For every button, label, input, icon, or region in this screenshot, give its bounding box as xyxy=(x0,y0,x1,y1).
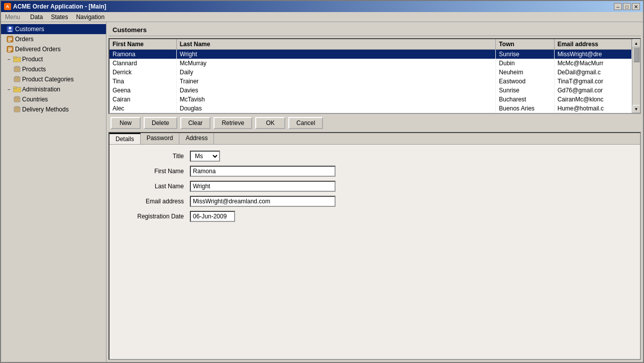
sidebar-orders-label: Orders xyxy=(15,36,34,43)
last-name-input[interactable] xyxy=(190,181,336,192)
cell-first: Alec xyxy=(110,104,176,113)
svg-rect-4 xyxy=(8,39,12,40)
table-row[interactable]: Ramona Wright Sunrise MissWright@dre xyxy=(110,50,632,59)
product-expand-icon[interactable]: − xyxy=(6,56,12,62)
sidebar-item-product-categories[interactable]: Product Categories xyxy=(1,74,106,84)
table-scroll-inner: First Name Last Name Town Email address … xyxy=(110,39,632,113)
sidebar-item-products[interactable]: Products xyxy=(1,64,106,74)
minimize-button[interactable]: – xyxy=(614,3,622,10)
svg-rect-3 xyxy=(8,38,12,39)
svg-rect-17 xyxy=(13,86,17,88)
tab-password[interactable]: Password xyxy=(141,133,180,144)
cell-last: Wright xyxy=(176,50,496,59)
details-tabs: Details Password Address xyxy=(110,133,640,145)
col-town: Town xyxy=(496,39,554,50)
title-select[interactable]: Ms Mr Mrs Dr xyxy=(190,151,220,162)
cell-email: DeDail@gmail.c xyxy=(554,68,631,77)
sidebar-item-orders[interactable]: Orders xyxy=(1,34,106,44)
window-title: ACME Order Application - [Main] xyxy=(13,3,106,10)
cancel-button[interactable]: Cancel xyxy=(288,117,323,129)
delete-button[interactable]: Delete xyxy=(144,117,177,129)
app-icon: A xyxy=(4,3,11,10)
sidebar-delivery-methods-label: Delivery Methods xyxy=(22,106,69,113)
cell-town: Dubin xyxy=(496,59,554,68)
table-row[interactable]: Derrick Daily Neuheim DeDail@gmail.c xyxy=(110,68,632,77)
cell-town: Bucharest xyxy=(496,95,554,104)
svg-rect-15 xyxy=(15,76,19,78)
table-row[interactable]: Geena Davies Sunrise Gd76@gmail.cor xyxy=(110,86,632,95)
sidebar-item-countries[interactable]: Countries xyxy=(1,94,106,104)
new-button[interactable]: New xyxy=(111,117,141,129)
tab-details[interactable]: Details xyxy=(110,133,141,144)
section-header: Customers xyxy=(109,24,641,36)
sidebar-item-product[interactable]: − Product xyxy=(1,54,106,64)
product-categories-icon xyxy=(13,75,21,83)
title-bar-left: A ACME Order Application - [Main] xyxy=(4,3,106,10)
svg-rect-9 xyxy=(8,51,11,52)
table-scrollbar: ▲ ▼ xyxy=(632,39,640,113)
details-content: Title Ms Mr Mrs Dr First Name Last Name xyxy=(110,145,640,228)
close-button[interactable]: ✕ xyxy=(632,3,640,10)
scroll-up-arrow[interactable]: ▲ xyxy=(632,39,640,47)
title-bar: A ACME Order Application - [Main] – □ ✕ xyxy=(1,1,643,12)
main-window: A ACME Order Application - [Main] – □ ✕ … xyxy=(0,0,644,363)
ok-button[interactable]: OK xyxy=(255,117,285,129)
product-group-icon xyxy=(13,55,21,63)
retrieve-button[interactable]: Retrieve xyxy=(213,117,252,129)
sidebar-item-delivery-methods[interactable]: Delivery Methods xyxy=(1,104,106,114)
sidebar-item-administration[interactable]: − Administration xyxy=(1,84,106,94)
svg-point-1 xyxy=(9,27,12,30)
table-row[interactable]: Cairan McTavish Bucharest CairanMc@klonc xyxy=(110,95,632,104)
maximize-button[interactable]: □ xyxy=(623,3,631,10)
sidebar-customers-label: Customers xyxy=(15,26,44,33)
sidebar-administration-label: Administration xyxy=(22,86,60,93)
cell-town: Buenos Aries xyxy=(496,104,554,113)
cell-email: Gd76@gmail.cor xyxy=(554,86,631,95)
sidebar-item-delivered-orders[interactable]: Delivered Orders xyxy=(1,44,106,54)
admin-expand-icon[interactable]: − xyxy=(6,86,12,92)
scroll-down-arrow[interactable]: ▼ xyxy=(632,105,640,113)
svg-rect-13 xyxy=(15,66,19,68)
cell-last: Douglas xyxy=(176,104,496,113)
cell-email: MissWright@dre xyxy=(554,50,631,59)
reg-date-field-label: Registration Date xyxy=(118,213,188,220)
customers-table: First Name Last Name Town Email address … xyxy=(110,39,632,113)
sidebar-countries-label: Countries xyxy=(22,96,48,103)
menu-states[interactable]: States xyxy=(47,13,72,22)
sidebar-product-label: Product xyxy=(22,56,43,63)
cell-first: Cairan xyxy=(110,95,176,104)
cell-last: Trainer xyxy=(176,77,496,86)
cell-town: Eastwood xyxy=(496,77,554,86)
reg-date-input[interactable] xyxy=(190,211,235,222)
email-input[interactable] xyxy=(190,196,336,207)
tab-address[interactable]: Address xyxy=(179,133,214,144)
title-field-label: Title xyxy=(118,153,188,160)
countries-icon xyxy=(13,95,21,103)
table-row[interactable]: Clannard McMurray Dubin McMc@MacMurr xyxy=(110,59,632,68)
scroll-thumb[interactable] xyxy=(633,47,639,62)
cell-first: Clannard xyxy=(110,59,176,68)
cell-last: Daily xyxy=(176,68,496,77)
customers-table-outer: First Name Last Name Town Email address … xyxy=(109,38,641,114)
cell-email: McMc@MacMurr xyxy=(554,59,631,68)
cell-first: Ramona xyxy=(110,50,176,59)
svg-rect-8 xyxy=(8,49,12,50)
email-field-label: Email address xyxy=(118,198,188,205)
first-name-input[interactable] xyxy=(190,166,336,177)
menu-data[interactable]: Data xyxy=(26,13,47,22)
administration-group-icon xyxy=(13,85,21,93)
clear-button[interactable]: Clear xyxy=(180,117,211,129)
menu-navigation[interactable]: Navigation xyxy=(72,13,109,22)
cell-email: Hume@hotmail.c xyxy=(554,104,631,113)
cell-email: TinaT@gmail.cor xyxy=(554,77,631,86)
title-field-container: Ms Mr Mrs Dr xyxy=(190,151,341,162)
sidebar-item-customers[interactable]: Customers xyxy=(1,24,106,34)
table-row[interactable]: Tina Trainer Eastwood TinaT@gmail.cor xyxy=(110,77,632,86)
window-controls: – □ ✕ xyxy=(614,3,640,10)
details-panel: Details Password Address Title Ms Mr Mrs… xyxy=(109,132,641,360)
table-row[interactable]: Alec Douglas Buenos Aries Hume@hotmail.c xyxy=(110,104,632,113)
main-content: Customers First Name Last Name Town Emai… xyxy=(106,22,643,362)
buttons-row: New Delete Clear Retrieve OK Cancel xyxy=(109,114,641,132)
scroll-track xyxy=(633,47,640,105)
orders-icon xyxy=(6,35,14,43)
